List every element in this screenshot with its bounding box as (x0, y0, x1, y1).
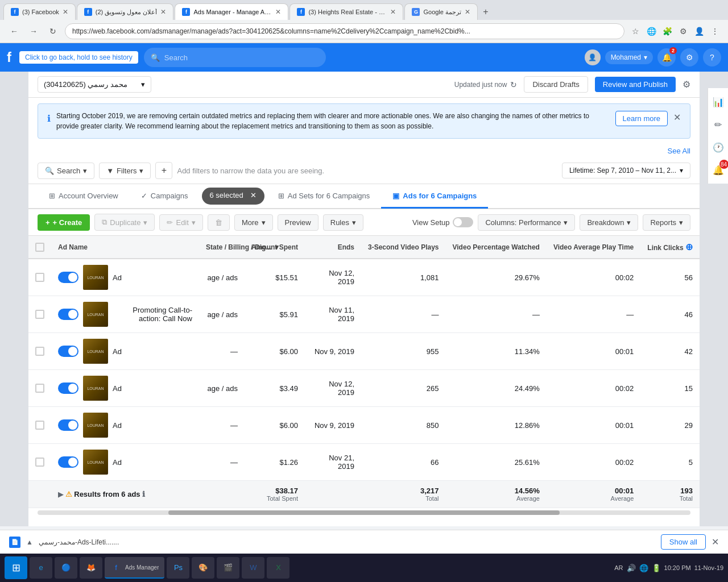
sidebar-clock-icon[interactable]: 🕐 (709, 138, 727, 156)
banner-close-icon[interactable]: ✕ (673, 111, 681, 124)
menu-icon[interactable]: ⋮ (709, 25, 721, 38)
new-tab-button[interactable]: + (479, 5, 493, 19)
sidebar-chart-icon[interactable]: 📊 (709, 93, 727, 111)
browser-tab-4[interactable]: f (3) Heights Real Estate - Ho... ✕ (289, 3, 403, 20)
header-search-box[interactable]: 🔍 (144, 48, 326, 67)
row-checkbox-cell-1[interactable] (28, 259, 51, 296)
ad-toggle-2[interactable] (58, 309, 78, 320)
browser-tab-3[interactable]: f Ads Manager - Manage Ads... ✕ (175, 3, 288, 20)
row-checkbox-cell-5[interactable] (28, 407, 51, 444)
chevron-down-icon: ▾ (644, 53, 647, 61)
header-search-input[interactable] (164, 53, 319, 62)
row-checkbox-1[interactable] (35, 273, 44, 282)
learn-more-button[interactable]: Learn more (615, 111, 668, 126)
summary-video-pct-cell: 14.56% Average (446, 481, 547, 508)
sidebar-edit-icon[interactable]: ✏ (709, 115, 727, 134)
ad-thumbnail-1: LOURAN (83, 265, 108, 290)
tab-close-1[interactable]: ✕ (63, 8, 68, 16)
link-clicks-header: Link Clicks ⊕ (640, 236, 700, 259)
ends-2: Nov 11, 2019 (305, 296, 361, 333)
account-icon[interactable]: 👤 (693, 25, 705, 38)
selected-close-icon[interactable]: ✕ (250, 191, 257, 199)
ad-toggle-4[interactable] (58, 383, 78, 394)
more-button[interactable]: More ▾ (234, 214, 273, 231)
browser-tab-2[interactable]: f أعلان معول وتسويق (2) ✕ (77, 3, 174, 20)
settings-button[interactable]: ⚙ (680, 48, 698, 66)
tab-selected[interactable]: 6 selected ✕ (202, 188, 264, 205)
summary-video-pct: 14.56% (453, 487, 540, 495)
scrollbar-thumb[interactable] (168, 510, 560, 515)
tab-close-2[interactable]: ✕ (160, 8, 166, 16)
help-button[interactable]: ? (703, 48, 721, 66)
sidebar-notification-badge: 84 (719, 160, 729, 169)
row-checkbox-2[interactable] (35, 310, 44, 319)
rules-button[interactable]: Rules ▾ (323, 214, 363, 231)
summary-state-cell (199, 481, 245, 508)
ad-toggle-1[interactable] (58, 272, 78, 283)
forward-button[interactable]: → (26, 24, 41, 39)
row-checkbox-6[interactable] (35, 458, 44, 467)
edit-button[interactable]: ✏ Edit ▾ (159, 214, 202, 231)
refresh-button[interactable]: ↻ (46, 24, 60, 39)
ad-toggle-5[interactable] (58, 419, 78, 431)
ends-3: Nov 9, 2019 (305, 333, 361, 370)
back-history-button[interactable]: Click to go back, hold to see history (19, 51, 138, 64)
row-checkbox-cell-6[interactable] (28, 444, 51, 481)
row-checkbox-5[interactable] (35, 421, 44, 430)
row-checkbox-cell-3[interactable] (28, 333, 51, 370)
extension-icon[interactable]: ⚙ (677, 25, 689, 38)
browser-tab-5[interactable]: G Google ترجمة ✕ (404, 3, 478, 20)
ad-toggle-6[interactable] (58, 456, 78, 468)
user-menu-button[interactable]: Mohamed ▾ (605, 51, 653, 64)
tab-account-overview[interactable]: ⊞ Account Overview (38, 185, 130, 209)
row-checkbox-3[interactable] (35, 347, 44, 356)
back-button[interactable]: ← (7, 24, 22, 39)
settings-gear-icon[interactable]: ⚙ (682, 79, 690, 90)
view-setup-toggle[interactable]: View Setup (412, 217, 474, 227)
ad-toggle-3[interactable] (58, 346, 78, 357)
ad-thumbnail-5: LOURAN (83, 413, 108, 438)
reports-button[interactable]: Reports ▾ (643, 214, 690, 231)
address-input[interactable] (65, 23, 624, 39)
summary-ends-cell (305, 481, 361, 508)
facebook-logo: f (7, 49, 11, 65)
filters-button[interactable]: ▼ Filters ▾ (99, 163, 151, 179)
expand-icon[interactable]: ▶ (58, 490, 63, 498)
tab-close-3[interactable]: ✕ (275, 8, 281, 16)
search-button[interactable]: 🔍 Search ▾ (38, 163, 94, 179)
create-button[interactable]: + + Create (38, 214, 90, 231)
breakdown-button[interactable]: Breakdown ▾ (580, 214, 638, 231)
bookmark-icon[interactable]: ☆ (629, 25, 642, 38)
duplicate-chevron-icon: ▾ (143, 218, 147, 227)
discard-drafts-button[interactable]: Discard Drafts (524, 76, 588, 93)
notification-bell-button[interactable]: 🔔 2 (657, 48, 676, 66)
select-all-header[interactable] (28, 236, 51, 259)
row-checkbox-cell-4[interactable] (28, 370, 51, 407)
date-range-selector[interactable]: Lifetime: Sep 7, 2010 – Nov 11, 2... ▾ (562, 163, 690, 178)
video-pct-3: 11.34% (446, 333, 547, 370)
select-all-checkbox[interactable] (35, 243, 44, 252)
tab-close-5[interactable]: ✕ (465, 8, 470, 16)
add-filter-button[interactable]: + (155, 162, 172, 179)
account-selector[interactable]: محمد رسمي (304120625) ▾ (38, 76, 151, 93)
duplicate-button[interactable]: ⧉ Duplicate ▾ (94, 214, 155, 231)
globe-icon[interactable]: 🌐 (645, 25, 657, 38)
columns-button[interactable]: Columns: Performance ▾ (478, 214, 575, 231)
review-publish-button[interactable]: Review and Publish (595, 77, 676, 92)
tab-close-4[interactable]: ✕ (390, 8, 396, 16)
puzzle-icon[interactable]: 🧩 (661, 25, 673, 38)
browser-window: f (3) Facebook ✕ f أعلان معول وتسويق (2)… (0, 0, 728, 526)
see-all-link[interactable]: See All (668, 147, 690, 155)
refresh-icon[interactable]: ↻ (510, 80, 517, 89)
view-setup-toggle-switch[interactable] (453, 217, 473, 227)
add-column-icon[interactable]: ⊕ (685, 242, 693, 252)
row-checkbox-cell-2[interactable] (28, 296, 51, 333)
preview-button[interactable]: Preview (278, 214, 318, 231)
horizontal-scrollbar[interactable] (28, 508, 700, 517)
tab-campaigns[interactable]: ✓ Campaigns (130, 185, 200, 209)
tab-adsets[interactable]: ⊞ Ad Sets for 6 Campaigns (267, 185, 382, 209)
tab-ads[interactable]: ▣ Ads for 6 Campaigns (381, 185, 488, 209)
browser-tab-1[interactable]: f (3) Facebook ✕ (3, 3, 76, 20)
delete-button[interactable]: 🗑 (208, 214, 230, 231)
row-checkbox-4[interactable] (35, 384, 44, 393)
